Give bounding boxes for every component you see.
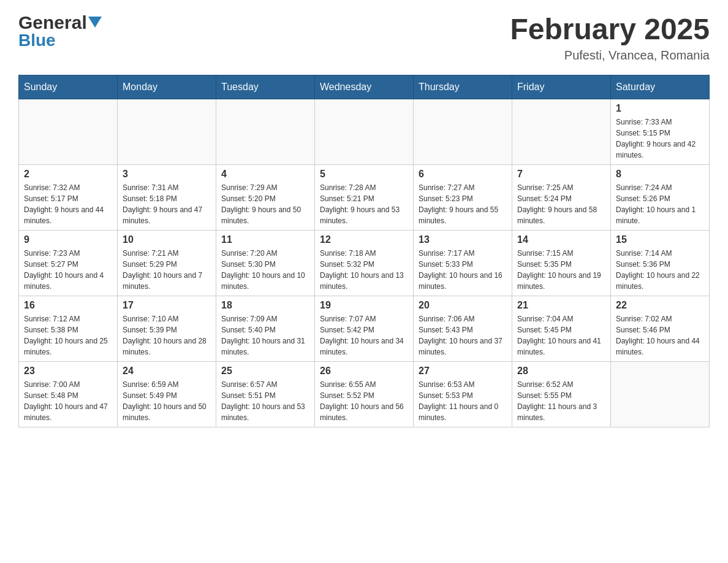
day-info: Sunrise: 7:20 AMSunset: 5:30 PMDaylight:… xyxy=(221,248,309,292)
calendar-cell: 10Sunrise: 7:21 AMSunset: 5:29 PMDayligh… xyxy=(118,231,216,296)
logo: General Blue xyxy=(18,12,102,50)
day-number: 1 xyxy=(616,103,704,114)
day-info: Sunrise: 7:06 AMSunset: 5:43 PMDaylight:… xyxy=(419,313,507,358)
calendar-cell: 18Sunrise: 7:09 AMSunset: 5:40 PMDayligh… xyxy=(216,296,315,362)
day-number: 17 xyxy=(123,300,211,311)
calendar-cell: 27Sunrise: 6:53 AMSunset: 5:53 PMDayligh… xyxy=(414,362,512,427)
calendar-cell xyxy=(414,99,512,165)
day-info: Sunrise: 6:53 AMSunset: 5:53 PMDaylight:… xyxy=(419,379,507,423)
day-number: 16 xyxy=(24,300,112,311)
calendar-cell: 15Sunrise: 7:14 AMSunset: 5:36 PMDayligh… xyxy=(611,231,710,296)
day-header-friday: Friday xyxy=(512,75,611,99)
day-header-thursday: Thursday xyxy=(414,75,512,99)
day-number: 25 xyxy=(221,366,309,377)
calendar-cell: 22Sunrise: 7:02 AMSunset: 5:46 PMDayligh… xyxy=(611,296,710,362)
calendar-cell: 2Sunrise: 7:32 AMSunset: 5:17 PMDaylight… xyxy=(19,165,118,231)
day-number: 3 xyxy=(123,169,211,180)
day-info: Sunrise: 7:00 AMSunset: 5:48 PMDaylight:… xyxy=(24,379,112,423)
day-number: 15 xyxy=(616,234,704,245)
day-number: 2 xyxy=(24,169,112,180)
day-info: Sunrise: 7:04 AMSunset: 5:45 PMDaylight:… xyxy=(517,313,605,358)
day-info: Sunrise: 7:24 AMSunset: 5:26 PMDaylight:… xyxy=(616,182,704,226)
day-header-sunday: Sunday xyxy=(19,75,118,99)
calendar-cell xyxy=(19,99,118,165)
calendar-cell: 26Sunrise: 6:55 AMSunset: 5:52 PMDayligh… xyxy=(315,362,414,427)
day-info: Sunrise: 7:27 AMSunset: 5:23 PMDaylight:… xyxy=(419,182,507,226)
calendar-cell: 9Sunrise: 7:23 AMSunset: 5:27 PMDaylight… xyxy=(19,231,118,296)
month-title: February 2025 xyxy=(510,12,710,46)
day-number: 23 xyxy=(24,366,112,377)
day-header-monday: Monday xyxy=(118,75,216,99)
day-number: 7 xyxy=(517,169,605,180)
week-row-3: 9Sunrise: 7:23 AMSunset: 5:27 PMDaylight… xyxy=(19,231,710,296)
calendar-cell xyxy=(315,99,414,165)
day-info: Sunrise: 7:31 AMSunset: 5:18 PMDaylight:… xyxy=(123,182,211,226)
calendar-cell: 25Sunrise: 6:57 AMSunset: 5:51 PMDayligh… xyxy=(216,362,315,427)
day-info: Sunrise: 6:57 AMSunset: 5:51 PMDaylight:… xyxy=(221,379,309,423)
day-number: 12 xyxy=(320,234,408,245)
calendar-cell: 1Sunrise: 7:33 AMSunset: 5:15 PMDaylight… xyxy=(611,99,710,165)
day-info: Sunrise: 7:14 AMSunset: 5:36 PMDaylight:… xyxy=(616,248,704,292)
calendar-cell: 4Sunrise: 7:29 AMSunset: 5:20 PMDaylight… xyxy=(216,165,315,231)
logo-arrow-icon xyxy=(88,17,102,30)
calendar-cell: 24Sunrise: 6:59 AMSunset: 5:49 PMDayligh… xyxy=(118,362,216,427)
day-number: 8 xyxy=(616,169,704,180)
day-info: Sunrise: 6:59 AMSunset: 5:49 PMDaylight:… xyxy=(123,379,211,423)
calendar-cell: 11Sunrise: 7:20 AMSunset: 5:30 PMDayligh… xyxy=(216,231,315,296)
day-number: 11 xyxy=(221,234,309,245)
calendar-cell: 14Sunrise: 7:15 AMSunset: 5:35 PMDayligh… xyxy=(512,231,611,296)
day-info: Sunrise: 7:02 AMSunset: 5:46 PMDaylight:… xyxy=(616,313,704,358)
calendar-cell xyxy=(512,99,611,165)
day-number: 5 xyxy=(320,169,408,180)
day-number: 22 xyxy=(616,300,704,311)
svg-marker-0 xyxy=(88,17,102,28)
day-number: 13 xyxy=(419,234,507,245)
logo-general-text: General xyxy=(18,12,87,33)
day-info: Sunrise: 7:17 AMSunset: 5:33 PMDaylight:… xyxy=(419,248,507,292)
day-header-tuesday: Tuesday xyxy=(216,75,315,99)
day-info: Sunrise: 7:29 AMSunset: 5:20 PMDaylight:… xyxy=(221,182,309,226)
week-row-4: 16Sunrise: 7:12 AMSunset: 5:38 PMDayligh… xyxy=(19,296,710,362)
day-number: 21 xyxy=(517,300,605,311)
day-number: 18 xyxy=(221,300,309,311)
week-row-5: 23Sunrise: 7:00 AMSunset: 5:48 PMDayligh… xyxy=(19,362,710,427)
calendar-cell xyxy=(611,362,710,427)
calendar-cell: 7Sunrise: 7:25 AMSunset: 5:24 PMDaylight… xyxy=(512,165,611,231)
calendar-cell: 20Sunrise: 7:06 AMSunset: 5:43 PMDayligh… xyxy=(414,296,512,362)
day-number: 10 xyxy=(123,234,211,245)
day-number: 28 xyxy=(517,366,605,377)
calendar-cell: 12Sunrise: 7:18 AMSunset: 5:32 PMDayligh… xyxy=(315,231,414,296)
day-number: 27 xyxy=(419,366,507,377)
week-row-1: 1Sunrise: 7:33 AMSunset: 5:15 PMDaylight… xyxy=(19,99,710,165)
calendar-cell: 16Sunrise: 7:12 AMSunset: 5:38 PMDayligh… xyxy=(19,296,118,362)
day-number: 4 xyxy=(221,169,309,180)
day-number: 26 xyxy=(320,366,408,377)
day-info: Sunrise: 7:09 AMSunset: 5:40 PMDaylight:… xyxy=(221,313,309,358)
days-header-row: SundayMondayTuesdayWednesdayThursdayFrid… xyxy=(19,75,710,99)
day-number: 24 xyxy=(123,366,211,377)
day-info: Sunrise: 7:07 AMSunset: 5:42 PMDaylight:… xyxy=(320,313,408,358)
calendar-cell xyxy=(118,99,216,165)
day-info: Sunrise: 7:25 AMSunset: 5:24 PMDaylight:… xyxy=(517,182,605,226)
week-row-2: 2Sunrise: 7:32 AMSunset: 5:17 PMDaylight… xyxy=(19,165,710,231)
day-number: 19 xyxy=(320,300,408,311)
calendar-cell: 17Sunrise: 7:10 AMSunset: 5:39 PMDayligh… xyxy=(118,296,216,362)
day-info: Sunrise: 7:12 AMSunset: 5:38 PMDaylight:… xyxy=(24,313,112,358)
day-info: Sunrise: 7:33 AMSunset: 5:15 PMDaylight:… xyxy=(616,117,704,161)
day-info: Sunrise: 7:21 AMSunset: 5:29 PMDaylight:… xyxy=(123,248,211,292)
day-info: Sunrise: 7:28 AMSunset: 5:21 PMDaylight:… xyxy=(320,182,408,226)
calendar-cell xyxy=(216,99,315,165)
calendar-table: SundayMondayTuesdayWednesdayThursdayFrid… xyxy=(18,75,710,427)
day-info: Sunrise: 7:32 AMSunset: 5:17 PMDaylight:… xyxy=(24,182,112,226)
calendar-cell: 5Sunrise: 7:28 AMSunset: 5:21 PMDaylight… xyxy=(315,165,414,231)
calendar-cell: 3Sunrise: 7:31 AMSunset: 5:18 PMDaylight… xyxy=(118,165,216,231)
calendar-cell: 8Sunrise: 7:24 AMSunset: 5:26 PMDaylight… xyxy=(611,165,710,231)
location-subtitle: Pufesti, Vrancea, Romania xyxy=(510,48,710,63)
page-header: General Blue February 2025 Pufesti, Vran… xyxy=(18,12,710,63)
calendar-cell: 19Sunrise: 7:07 AMSunset: 5:42 PMDayligh… xyxy=(315,296,414,362)
day-number: 6 xyxy=(419,169,507,180)
calendar-cell: 23Sunrise: 7:00 AMSunset: 5:48 PMDayligh… xyxy=(19,362,118,427)
day-info: Sunrise: 7:10 AMSunset: 5:39 PMDaylight:… xyxy=(123,313,211,358)
day-info: Sunrise: 7:15 AMSunset: 5:35 PMDaylight:… xyxy=(517,248,605,292)
calendar-cell: 13Sunrise: 7:17 AMSunset: 5:33 PMDayligh… xyxy=(414,231,512,296)
